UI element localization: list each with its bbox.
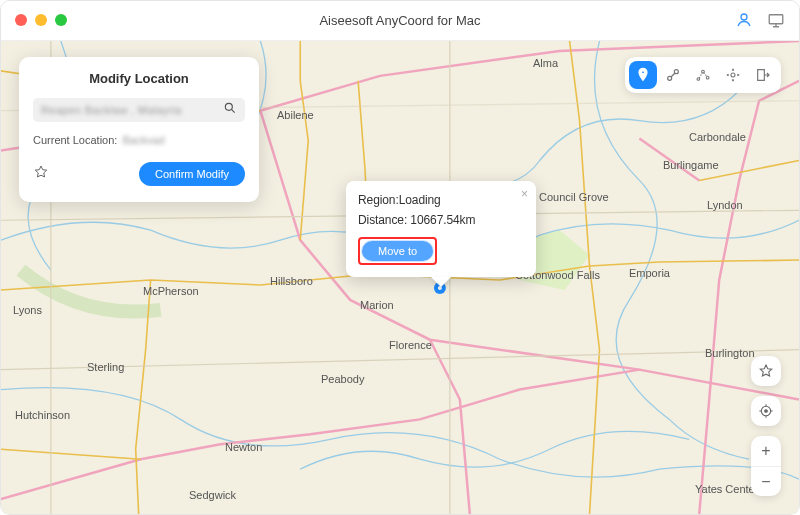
window-controls[interactable] xyxy=(15,14,67,26)
location-popup: × Region:Loading Distance: 10667.54km Mo… xyxy=(346,181,536,277)
city-label: Sterling xyxy=(87,361,124,373)
highlight-annotation: Move to xyxy=(358,237,437,265)
svg-point-6 xyxy=(642,71,645,74)
location-search-input[interactable]: Reapen Backlaw , Malayria xyxy=(33,98,245,122)
search-placeholder-text: Reapen Backlaw , Malayria xyxy=(41,104,217,116)
zoom-in-button[interactable]: + xyxy=(751,436,781,466)
move-to-button[interactable]: Move to xyxy=(362,241,433,261)
map-favorite-button[interactable] xyxy=(751,356,781,386)
svg-point-11 xyxy=(706,76,709,79)
fullscreen-window-button[interactable] xyxy=(55,14,67,26)
mode-toolbar xyxy=(625,57,781,93)
city-label: Sedgwick xyxy=(189,489,236,501)
city-label: Lyndon xyxy=(707,199,743,211)
app-window: Aiseesoft AnyCoord for Mac xyxy=(0,0,800,515)
city-label: Marion xyxy=(360,299,394,311)
city-label: Burlingame xyxy=(663,159,719,171)
city-label: Emporia xyxy=(629,267,670,279)
svg-point-9 xyxy=(697,78,700,81)
svg-point-0 xyxy=(741,14,747,20)
city-label: Carbondale xyxy=(689,131,746,143)
window-mode-icon[interactable] xyxy=(767,11,785,33)
svg-rect-1 xyxy=(769,15,783,24)
popup-tail xyxy=(431,277,451,287)
search-icon xyxy=(223,101,237,119)
mode-one-stop[interactable] xyxy=(659,61,687,89)
svg-point-12 xyxy=(731,73,735,77)
window-title: Aiseesoft AnyCoord for Mac xyxy=(319,13,480,28)
minimize-window-button[interactable] xyxy=(35,14,47,26)
modify-location-panel: Modify Location Reapen Backlaw , Malayri… xyxy=(19,57,259,202)
map-canvas[interactable]: Abilene Alma Carbondale Burlingame Counc… xyxy=(1,41,799,514)
city-label: Lyons xyxy=(13,304,42,316)
confirm-modify-button[interactable]: Confirm Modify xyxy=(139,162,245,186)
favorite-icon[interactable] xyxy=(33,164,49,184)
city-label: Hutchinson xyxy=(15,409,70,421)
city-label: Abilene xyxy=(277,109,314,121)
city-label: Alma xyxy=(533,57,558,69)
city-label: McPherson xyxy=(143,285,199,297)
city-label: Council Grove xyxy=(539,191,609,203)
mode-modify-location[interactable] xyxy=(629,61,657,89)
zoom-out-button[interactable]: − xyxy=(751,466,781,496)
mode-export-icon[interactable] xyxy=(749,61,777,89)
popup-distance-line: Distance: 10667.54km xyxy=(358,213,524,227)
city-label: Florence xyxy=(389,339,432,351)
city-label: Peabody xyxy=(321,373,364,385)
mode-multi-stop[interactable] xyxy=(689,61,717,89)
current-location-value: Backvad xyxy=(122,134,164,146)
account-icon[interactable] xyxy=(735,11,753,33)
mode-joystick[interactable] xyxy=(719,61,747,89)
svg-point-5 xyxy=(225,103,232,110)
svg-point-14 xyxy=(765,410,768,413)
city-label: Newton xyxy=(225,441,262,453)
title-bar: Aiseesoft AnyCoord for Mac xyxy=(1,1,799,41)
map-locate-button[interactable] xyxy=(751,396,781,426)
panel-heading: Modify Location xyxy=(33,71,245,86)
popup-region-line: Region:Loading xyxy=(358,193,524,207)
city-label: Hillsboro xyxy=(270,275,313,287)
current-location-label: Current Location: Backvad xyxy=(33,134,245,146)
close-window-button[interactable] xyxy=(15,14,27,26)
close-icon[interactable]: × xyxy=(521,187,528,201)
city-label: Yates Center xyxy=(695,483,758,495)
map-controls: + − xyxy=(751,356,781,496)
city-label: Burlington xyxy=(705,347,755,359)
